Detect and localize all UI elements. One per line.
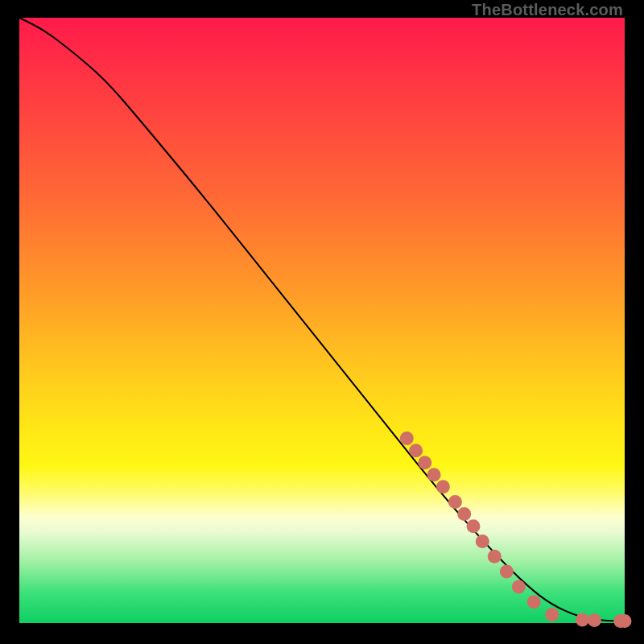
highlight-dot bbox=[527, 595, 541, 609]
highlight-dot bbox=[418, 456, 431, 469]
highlight-dot bbox=[427, 468, 441, 481]
watermark-text: TheBottleneck.com bbox=[472, 2, 623, 18]
highlight-dot bbox=[588, 613, 601, 627]
highlight-dot bbox=[457, 507, 471, 521]
highlight-dot bbox=[512, 580, 526, 593]
highlight-dot bbox=[436, 480, 450, 493]
highlight-dot bbox=[448, 495, 462, 509]
highlight-dot bbox=[476, 535, 489, 548]
highlight-dot bbox=[576, 613, 589, 626]
highlighted-dots-group bbox=[400, 431, 632, 628]
highlight-dot bbox=[545, 608, 559, 621]
highlight-dot bbox=[467, 519, 481, 533]
bottleneck-curve bbox=[19, 18, 625, 621]
chart-svg bbox=[19, 18, 625, 623]
highlight-dot bbox=[400, 431, 414, 445]
highlight-dot bbox=[500, 565, 514, 579]
highlight-dot bbox=[488, 550, 502, 564]
highlight-dot bbox=[409, 444, 423, 457]
highlight-dot bbox=[618, 614, 632, 628]
chart-stage: TheBottleneck.com bbox=[0, 0, 644, 644]
plot-area bbox=[19, 18, 625, 623]
